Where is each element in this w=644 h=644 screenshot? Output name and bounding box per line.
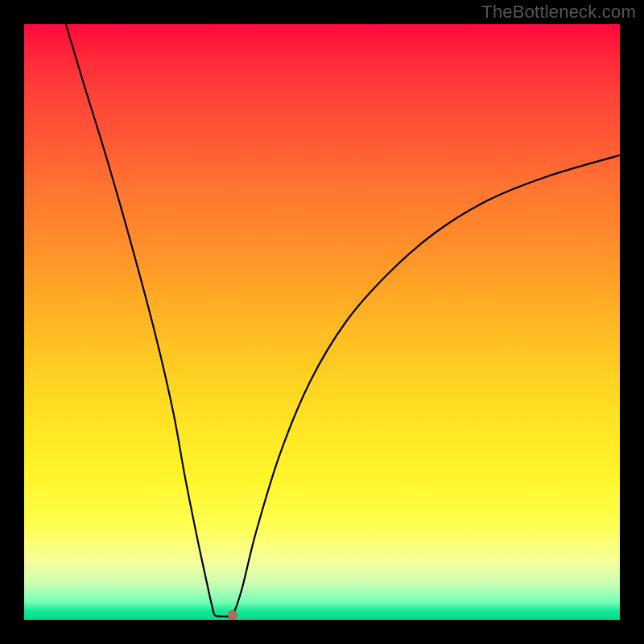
chart-frame: TheBottleneck.com <box>0 0 644 644</box>
plot-area <box>24 24 620 620</box>
marker-dot <box>228 610 237 620</box>
curve-layer <box>24 24 620 620</box>
watermark-text: TheBottleneck.com <box>481 2 636 23</box>
bottleneck-curve <box>66 24 620 617</box>
